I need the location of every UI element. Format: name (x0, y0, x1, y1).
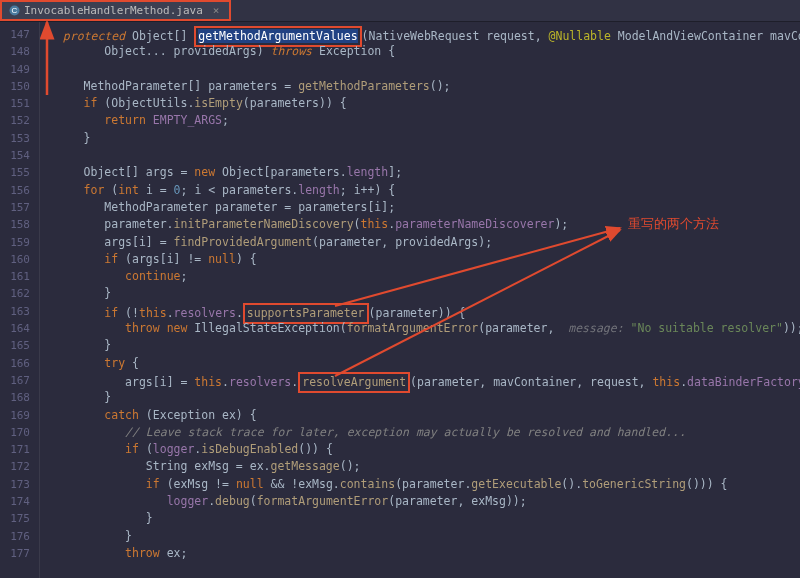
code-line: protected Object[] getMethodArgumentValu… (40, 26, 800, 43)
code-line: MethodParameter parameter = parameters[i… (40, 199, 800, 216)
line-number: 158 (0, 216, 30, 233)
code-line (40, 61, 800, 78)
code-line: } (40, 130, 800, 147)
code-line: Object[] args = new Object[parameters.le… (40, 164, 800, 181)
line-number: 175 (0, 510, 30, 527)
code-editor[interactable]: 1471481491501511521531541551561571581591… (0, 22, 800, 578)
code-line: catch (Exception ex) { (40, 407, 800, 424)
code-area[interactable]: protected Object[] getMethodArgumentValu… (40, 22, 800, 578)
code-line: continue; (40, 268, 800, 285)
code-line: } (40, 337, 800, 354)
line-number: 164 (0, 320, 30, 337)
line-number: 176 (0, 528, 30, 545)
line-number: 149 (0, 61, 30, 78)
line-number: 154 (0, 147, 30, 164)
line-number: 163 (0, 303, 30, 320)
tab-bar: C InvocableHandlerMethod.java × (0, 0, 800, 22)
line-number: 161 (0, 268, 30, 285)
code-line: if (!this.resolvers.supportsParameter(pa… (40, 303, 800, 320)
code-line: logger.debug(formatArgumentError(paramet… (40, 493, 800, 510)
line-number: 168 (0, 389, 30, 406)
line-number: 148 (0, 43, 30, 60)
line-number: 177 (0, 545, 30, 562)
annotation-label: 重写的两个方法 (628, 215, 719, 233)
line-number: 169 (0, 407, 30, 424)
code-line: throw ex; (40, 545, 800, 562)
line-number: 174 (0, 493, 30, 510)
code-line: // Leave stack trace for later, exceptio… (40, 424, 800, 441)
line-number: 171 (0, 441, 30, 458)
line-number: 150 (0, 78, 30, 95)
line-number: 173 (0, 476, 30, 493)
code-line: throw new IllegalStateException(formatAr… (40, 320, 800, 337)
line-gutter: 1471481491501511521531541551561571581591… (0, 22, 40, 578)
code-line: String exMsg = ex.getMessage(); (40, 458, 800, 475)
code-line: } (40, 389, 800, 406)
line-number: 156 (0, 182, 30, 199)
code-line: for (int i = 0; i < parameters.length; i… (40, 182, 800, 199)
code-line: } (40, 528, 800, 545)
code-line: args[i] = this.resolvers.resolveArgument… (40, 372, 800, 389)
code-line: args[i] = findProvidedArgument(parameter… (40, 234, 800, 251)
line-number: 167 (0, 372, 30, 389)
code-line: if (args[i] != null) { (40, 251, 800, 268)
code-line: } (40, 510, 800, 527)
code-line: Object... providedArgs) throws Exception… (40, 43, 800, 60)
code-line: MethodParameter[] parameters = getMethod… (40, 78, 800, 95)
code-line: if (exMsg != null && !exMsg.contains(par… (40, 476, 800, 493)
line-number: 153 (0, 130, 30, 147)
file-tab[interactable]: C InvocableHandlerMethod.java × (0, 0, 231, 21)
line-number: 165 (0, 337, 30, 354)
line-number: 151 (0, 95, 30, 112)
line-number: 147 (0, 26, 30, 43)
line-number: 152 (0, 112, 30, 129)
tab-filename: InvocableHandlerMethod.java (24, 4, 203, 17)
line-number: 162 (0, 285, 30, 302)
code-line: } (40, 285, 800, 302)
line-number: 160 (0, 251, 30, 268)
line-number: 172 (0, 458, 30, 475)
line-number: 155 (0, 164, 30, 181)
code-line: if (ObjectUtils.isEmpty(parameters)) { (40, 95, 800, 112)
code-line (40, 147, 800, 164)
java-class-icon: C (8, 5, 20, 17)
code-line: return EMPTY_ARGS; (40, 112, 800, 129)
close-icon[interactable]: × (213, 4, 220, 17)
line-number: 159 (0, 234, 30, 251)
line-number: 166 (0, 355, 30, 372)
line-number: 170 (0, 424, 30, 441)
line-number: 157 (0, 199, 30, 216)
code-line: try { (40, 355, 800, 372)
svg-text:C: C (11, 6, 17, 15)
code-line: if (logger.isDebugEnabled()) { (40, 441, 800, 458)
